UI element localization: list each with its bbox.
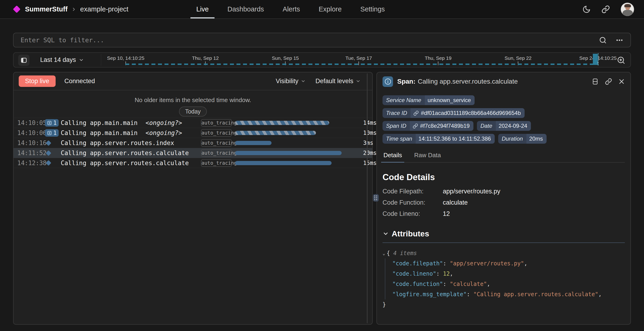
duration-bar [235, 151, 342, 155]
trace-row[interactable]: 14:10:16Calling app.server.routes.indexa… [14, 138, 372, 148]
timeline-tick-label: Sun, Sep 15 [272, 55, 299, 61]
nav-tab-alerts[interactable]: Alerts [277, 0, 306, 18]
trace-row-duration-bar-zone [235, 141, 363, 145]
badge-label: Trace ID [382, 108, 410, 118]
json-comma: , [450, 270, 453, 277]
nav-tab-explore[interactable]: Explore [313, 0, 348, 18]
user-avatar[interactable] [621, 2, 634, 16]
search-icon[interactable] [599, 36, 606, 44]
trace-row-tag[interactable]: auto_tracing [201, 119, 232, 126]
more-options-icon[interactable] [616, 36, 624, 44]
nav-tab-dashboards[interactable]: Dashboards [222, 0, 270, 18]
span-detail-header: Span:Calling app.server.routes.calculate [377, 72, 630, 91]
trace-row-tag[interactable]: auto_tracing [201, 139, 232, 147]
nav-tab-live[interactable]: Live [190, 0, 214, 18]
span-diamond-icon [46, 150, 51, 156]
duration-bar [235, 131, 316, 135]
copy-link-icon[interactable] [605, 78, 612, 85]
duration-bar [235, 141, 272, 145]
chevron-down-icon [382, 230, 389, 237]
tab-details[interactable]: Details [382, 149, 403, 162]
trace-row[interactable]: 14:10:051Calling app.main.main<ongoing?>… [14, 118, 372, 128]
trace-row-message: Calling app.main.main<ongoing?> [61, 130, 201, 136]
badge-value[interactable]: #f7c8e294f7489b19 [410, 121, 474, 131]
project-name[interactable]: example-project [80, 5, 128, 13]
default-levels-dropdown[interactable]: Default levels [316, 78, 360, 85]
code-detail-row: Code Filepath:app/server/routes.py [382, 188, 625, 195]
today-button[interactable]: Today [179, 106, 207, 116]
sql-filter-input[interactable] [20, 36, 590, 44]
trace-row-duration-bar-zone [235, 131, 363, 135]
badge-label: Date [477, 121, 496, 131]
json-key: "code.lineno" [392, 270, 436, 277]
trace-row-time: 14:11:52 [17, 150, 45, 156]
json-open-line[interactable]: ⌄{4 items [382, 248, 625, 258]
trace-row[interactable]: 14:10:061Calling app.main.main<ongoing?>… [14, 128, 372, 138]
timeline-now-cursor [598, 53, 598, 66]
json-colon: : [467, 291, 474, 298]
badge-label: Duration [498, 134, 526, 144]
collapsed-children-badge[interactable]: 1 [45, 119, 59, 126]
trace-row-list: 14:10:051Calling app.main.main<ongoing?>… [14, 118, 372, 168]
brand-logo-icon[interactable] [13, 5, 20, 13]
trace-row[interactable]: 14:12:38Calling app.server.routes.calcul… [14, 158, 372, 168]
span-detail-panel: Span:Calling app.server.routes.calculate… [376, 72, 631, 325]
json-entry: "logfire.msg_template": "Calling app.ser… [392, 289, 625, 300]
trace-row[interactable]: 14:11:52Calling app.server.routes.calcul… [14, 148, 372, 158]
split-view-icon[interactable] [592, 78, 599, 85]
panel-resize-handle[interactable] [373, 194, 379, 202]
json-comma: , [598, 291, 602, 298]
live-feed-scrollbar[interactable] [367, 73, 368, 323]
stop-live-button[interactable]: Stop live [19, 76, 56, 87]
timeline-tick-label: Sep 10, 14:10:25 [107, 55, 144, 61]
collapsed-children-badge[interactable]: 1 [45, 129, 59, 137]
json-value: "Calling app.server.routes.calculate" [474, 291, 598, 298]
badge-value: unknown_service [425, 95, 474, 105]
share-link-icon[interactable] [602, 5, 610, 14]
close-panel-icon[interactable] [618, 78, 625, 85]
timeline-tick-label: Thu, Sep 12 [192, 55, 219, 61]
badge-service-name: Service Nameunknown_service [382, 95, 474, 105]
trace-row-icon-cell [45, 161, 61, 165]
collapsed-children-count: 1 [53, 120, 56, 126]
code-details-heading: Code Details [382, 172, 625, 182]
attributes-json-viewer: ⌄{4 items "code.filepath": "app/server/r… [382, 248, 625, 310]
timeline-toolbar: Last 14 days Sep 10, 14:10:25Thu, Sep 12… [13, 52, 631, 68]
trace-row-icon-cell: 1 [45, 119, 61, 126]
breadcrumb-chevron-icon [71, 7, 76, 12]
trace-row-icon-cell [45, 151, 61, 155]
zoom-in-icon[interactable] [617, 56, 625, 64]
link-icon [413, 110, 419, 116]
attributes-collapse-toggle[interactable]: Attributes [382, 229, 625, 238]
trace-row-duration-bar-zone [235, 161, 363, 165]
visibility-dropdown[interactable]: Visibility [276, 78, 306, 85]
trace-row-tag[interactable]: auto_tracing [201, 149, 232, 157]
trace-row-tag[interactable]: auto_tracing [201, 159, 232, 167]
org-name[interactable]: SummerStuff [25, 5, 68, 13]
plus-square-icon [47, 130, 52, 136]
json-key: "logfire.msg_template" [392, 291, 467, 298]
trace-row-icon-cell [45, 141, 61, 145]
main-nav: LiveDashboardsAlertsExploreSettings [190, 0, 391, 18]
badge-value: 2024-09-24 [496, 121, 531, 131]
collapsed-children-count: 1 [53, 130, 56, 136]
trace-row-duration-bar-zone [235, 151, 363, 155]
tab-raw-data[interactable]: Raw Data [413, 149, 442, 162]
code-detail-label: Code Lineno: [382, 210, 443, 218]
code-detail-row: Code Function:calculate [382, 199, 625, 206]
code-detail-label: Code Filepath: [382, 188, 443, 195]
theme-toggle-moon-icon[interactable] [582, 5, 591, 14]
badge-value-text: 2024-09-24 [499, 123, 528, 129]
code-details-section: Code Details Code Filepath:app/server/ro… [377, 162, 630, 218]
badge-value[interactable]: #df01acad0311189c8b66a466d969654b [410, 108, 524, 118]
top-header: SummerStuff example-project LiveDashboar… [0, 0, 644, 19]
trace-row-tag[interactable]: auto_tracing [201, 129, 232, 137]
json-value: "calculate" [450, 281, 487, 287]
nav-tab-settings[interactable]: Settings [354, 0, 391, 18]
json-colon: : [436, 270, 443, 277]
badge-row: Trace ID#df01acad0311189c8b66a466d969654… [382, 108, 625, 118]
badge-value: 14:11:52.366 to 14:11:52.386 [416, 134, 495, 144]
json-comma: , [487, 281, 490, 287]
badge-label: Span ID [382, 121, 410, 131]
timeline-tick-label: Thu, Sep 19 [425, 55, 452, 61]
